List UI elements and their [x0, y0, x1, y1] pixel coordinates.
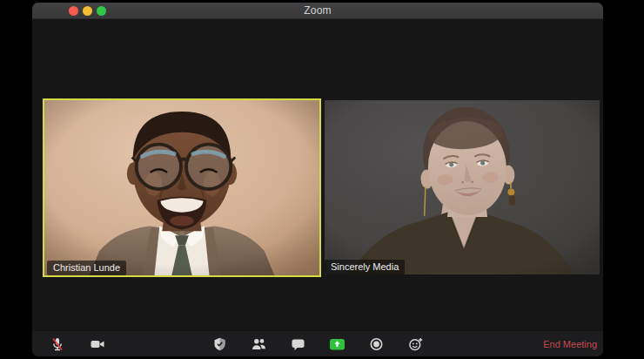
participants-icon — [252, 336, 267, 352]
participant-video-man — [44, 100, 319, 275]
share-screen-button[interactable] — [330, 336, 345, 352]
minimize-button[interactable] — [83, 6, 92, 16]
desktop: Zoom — [0, 0, 644, 359]
video-camera-icon — [90, 336, 105, 352]
record-button[interactable] — [369, 336, 385, 352]
toolbar-left-group — [50, 336, 105, 352]
participant-name-label: Sincerely Media — [325, 260, 405, 274]
chat-button[interactable] — [291, 336, 306, 352]
security-button[interactable] — [212, 336, 228, 352]
close-button[interactable] — [69, 6, 78, 16]
microphone-muted-icon — [50, 336, 65, 352]
video-stage: Christian Lunde — [32, 19, 603, 330]
share-screen-icon — [330, 336, 345, 352]
chat-icon — [291, 336, 306, 352]
video-tile-sincerely-media[interactable]: Sincerely Media — [325, 100, 600, 274]
record-icon — [369, 336, 385, 352]
toolbar-center-group — [212, 336, 424, 352]
reactions-icon — [408, 336, 424, 352]
mute-button[interactable] — [50, 336, 65, 352]
participant-name-label: Christian Lunde — [47, 261, 126, 275]
traffic-lights — [69, 3, 106, 19]
meeting-toolbar: End Meeting — [32, 330, 603, 356]
titlebar: Zoom — [32, 3, 603, 19]
participant-video-woman — [325, 100, 600, 274]
security-shield-icon — [212, 336, 228, 352]
zoom-window: Zoom — [32, 3, 603, 356]
participants-button[interactable] — [252, 336, 267, 352]
stop-video-button[interactable] — [90, 336, 105, 352]
maximize-button[interactable] — [97, 6, 106, 16]
end-meeting-button[interactable]: End Meeting — [543, 339, 597, 349]
window-title: Zoom — [32, 4, 603, 17]
reactions-button[interactable] — [408, 336, 424, 352]
video-tile-christian-lunde[interactable]: Christian Lunde — [43, 98, 321, 277]
